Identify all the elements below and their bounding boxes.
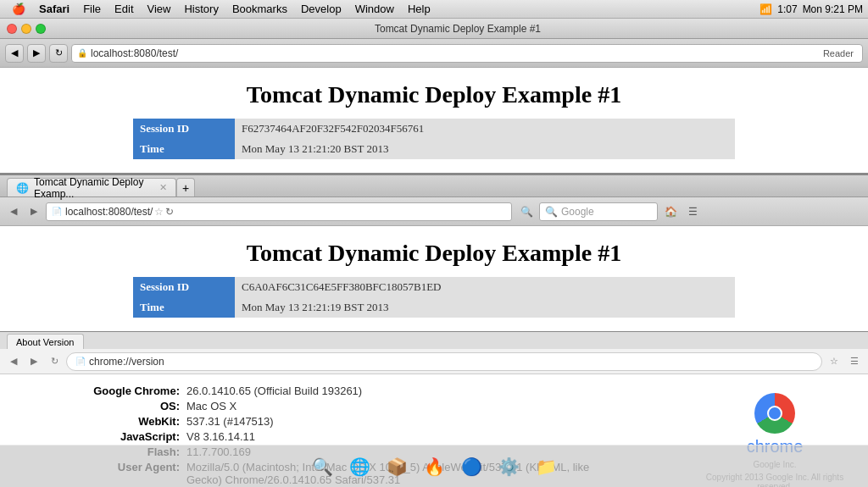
firefox-tab[interactable]: 🌐 Tomcat Dynamic Deploy Examp... ✕ [7,178,176,196]
ff-back-button[interactable]: ◀ [5,203,22,220]
reader-button[interactable]: Reader [820,48,857,58]
table-row: Time Mon May 13 21:21:20 BST 2013 [133,139,735,159]
ff-menu-button[interactable]: ☰ [683,202,702,221]
ff-session-label: Session ID [133,277,235,297]
wifi-icon: 📶 [760,3,772,15]
dock-finder[interactable]: 🔍 [306,451,338,483]
menu-view[interactable]: View [141,0,178,19]
safari-url-bar[interactable]: 🔒 localhost:8080/test/ Reader [71,44,863,63]
chrome-url-bar[interactable]: 📄 chrome://version [66,352,822,371]
menu-bookmarks[interactable]: Bookmarks [225,0,294,19]
chrome-tab-title: About Version [16,337,75,347]
ff-search-icon: 🔍 [545,206,558,218]
chrome-logo-inner [767,406,782,421]
minimize-button[interactable] [21,24,31,34]
chrome-back-button[interactable]: ◀ [5,353,22,370]
safari-page-title: Tomcat Dynamic Deploy Example #1 [17,81,851,108]
chrome-logo [754,393,795,434]
traffic-lights [7,24,46,34]
chrome-url-icon: 📄 [75,357,86,366]
chrome-webkit-label: WebKit: [17,415,186,428]
menubar: 🍎 Safari File Edit View History Bookmark… [0,0,868,19]
chrome-tab[interactable]: About Version [7,334,84,349]
battery-display: 1:07 [777,3,797,15]
menu-help[interactable]: Help [401,0,437,19]
chrome-google-chrome-row: Google Chrome: 26.0.1410.65 (Official Bu… [17,385,698,397]
dock-chrome[interactable]: 🔵 [455,451,487,483]
firefox-window: 🌐 Tomcat Dynamic Deploy Examp... ✕ + ◀ ▶… [0,174,868,332]
chrome-js-value: V8 3.16.14.11 [186,430,255,443]
ff-star-button[interactable]: ☆ [154,206,164,218]
session-label: Session ID [133,119,235,139]
ff-home-button[interactable]: 🏠 [661,202,680,221]
firefox-search-bar[interactable]: 🔍 Google [539,202,658,221]
ff-reload-button[interactable]: ↻ [165,206,174,218]
ff-url-icon: 📄 [52,207,62,216]
chrome-webkit-value: 537.31 (#147513) [186,415,274,428]
chrome-os-value: Mac OS X [186,400,236,412]
chrome-nav: ◀ ▶ ↻ 📄 chrome://version ☆ ☰ [0,349,868,374]
firefox-url-bar[interactable]: 📄 localhost:8080/test/ ☆ ↻ [46,202,512,221]
firefox-info-table: Session ID C6A0AF6C31C64E5FF380BFC18057B… [133,277,735,318]
safari-window-title: Tomcat Dynamic Deploy Example #1 [54,23,861,35]
table-row: Time Mon May 13 21:21:19 BST 2013 [133,297,735,318]
firefox-tabbar: 🌐 Tomcat Dynamic Deploy Examp... ✕ + [0,175,868,197]
maximize-button[interactable] [36,24,46,34]
dock-files[interactable]: 📁 [530,451,562,483]
firefox-page-title: Tomcat Dynamic Deploy Example #1 [17,240,851,267]
close-button[interactable] [7,24,17,34]
dock-settings[interactable]: ⚙️ [492,451,525,483]
chrome-google-value: 26.0.1410.65 (Official Build 193261) [186,385,362,397]
forward-button[interactable]: ▶ [27,44,46,63]
time-label: Time [133,139,235,159]
ff-forward-button[interactable]: ▶ [25,203,42,220]
back-button[interactable]: ◀ [5,44,24,63]
time-display: Mon 9:21 PM [803,3,863,15]
dock: 🔍 🌐 📦 🔥 🔵 ⚙️ 📁 [0,445,868,487]
firefox-page-content: Tomcat Dynamic Deploy Example #1 Session… [0,226,868,331]
ff-google-icon: 🔍 [517,202,536,221]
ff-time-label: Time [133,297,235,318]
menu-window[interactable]: Window [348,0,401,19]
chrome-menu-button[interactable]: ☰ [846,353,863,370]
dock-terminal[interactable]: 📦 [381,451,413,483]
table-row: Session ID C6A0AF6C31C64E5FF380BFC18057B… [133,277,735,297]
time-value: Mon May 13 21:21:20 BST 2013 [235,139,735,159]
chrome-tab-area: About Version [0,332,868,349]
ff-nav-icons: 🔍 [517,202,536,221]
chrome-js-label: JavaScript: [17,430,186,443]
reload-button[interactable]: ↻ [49,44,68,63]
session-value: F62737464AF20F32F542F02034F56761 [235,119,735,139]
table-row: Session ID F62737464AF20F32F542F02034F56… [133,119,735,139]
chrome-forward-button[interactable]: ▶ [25,353,42,370]
menu-develop[interactable]: Develop [294,0,348,19]
ff-url-text: localhost:8080/test/ [65,206,153,218]
safari-titlebar: Tomcat Dynamic Deploy Example #1 [0,19,868,39]
chrome-star-button[interactable]: ☆ [826,353,843,370]
chrome-os-row: OS: Mac OS X [17,400,698,412]
apple-menu[interactable]: 🍎 [5,0,32,19]
chrome-js-row: JavaScript: V8 3.16.14.11 [17,430,698,443]
chrome-webkit-row: WebKit: 537.31 (#147513) [17,415,698,428]
ff-time-value: Mon May 13 21:21:19 BST 2013 [235,297,735,318]
chrome-url-text: chrome://version [89,356,164,368]
dock-firefox[interactable]: 🔥 [418,451,450,483]
safari-url-text: localhost:8080/test/ [91,47,178,59]
menu-edit[interactable]: Edit [108,0,140,19]
menu-safari[interactable]: Safari [32,0,76,19]
tab-title: Tomcat Dynamic Deploy Examp... [34,176,154,200]
safari-page-content: Tomcat Dynamic Deploy Example #1 Session… [0,68,868,173]
safari-window: Tomcat Dynamic Deploy Example #1 ◀ ▶ ↻ 🔒… [0,19,868,174]
menu-file[interactable]: File [76,0,108,19]
menu-history[interactable]: History [177,0,225,19]
url-icon: 🔒 [77,48,87,58]
chrome-reload-button[interactable]: ↻ [46,353,63,370]
new-tab-button[interactable]: + [176,178,195,196]
ff-session-value: C6A0AF6C31C64E5FF380BFC18057B1ED [235,277,735,297]
dock-safari[interactable]: 🌐 [343,451,376,483]
ff-search-placeholder: Google [561,206,594,218]
tab-close[interactable]: ✕ [159,182,167,193]
chrome-google-label: Google Chrome: [17,385,186,397]
menubar-right: 📶 1:07 Mon 9:21 PM [760,3,863,15]
chrome-os-label: OS: [17,400,186,412]
